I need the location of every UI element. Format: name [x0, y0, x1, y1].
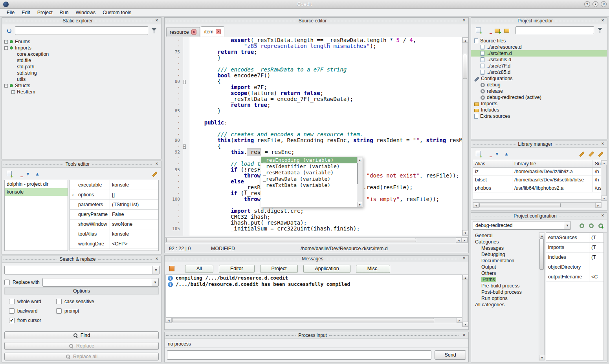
editor-tab-resource[interactable]: resource	[166, 27, 200, 37]
tab-close-icon[interactable]	[216, 29, 221, 34]
property-value[interactable]: <CFP>	[110, 239, 158, 249]
scroll-up-icon[interactable]: ▴	[539, 233, 545, 238]
editor-horizontal-scrollbar[interactable]: ◂ ▸	[165, 237, 468, 243]
messages-vertical-scrollbar[interactable]: ▴ ▾	[462, 274, 468, 327]
close-panel-icon[interactable]	[154, 161, 160, 167]
project-tree-item[interactable]: ../src/utils.d	[471, 57, 607, 63]
menu-custom-tools[interactable]: Custom tools	[99, 9, 135, 16]
scroll-right-icon[interactable]: ▸	[462, 238, 468, 243]
property-value[interactable]: konsole	[110, 180, 158, 190]
property-row[interactable]: queryParameFalse	[70, 210, 158, 219]
filter-project[interactable]: Project	[260, 265, 298, 273]
add-config-icon-button[interactable]	[596, 221, 605, 230]
expander-icon[interactable]: +	[11, 90, 15, 94]
chevron-down-icon[interactable]	[152, 278, 158, 286]
from-cursor-checkbox[interactable]	[9, 318, 15, 323]
search-term-combobox[interactable]	[4, 266, 160, 274]
close-panel-icon[interactable]	[600, 141, 605, 147]
completion-item[interactable]: _resTxtData (variable)	[261, 182, 357, 188]
property-value[interactable]: (T	[589, 252, 603, 262]
property-value[interactable]: konsole	[110, 229, 158, 239]
filter-editor[interactable]: Editor	[219, 265, 255, 273]
scroll-down-icon[interactable]: ▾	[462, 230, 468, 235]
add-folder-icon-button[interactable]	[492, 26, 502, 35]
library-vertical-scrollbar[interactable]: ▴ ▾	[601, 160, 607, 201]
fold-marker-icon[interactable]	[183, 80, 186, 84]
replace-term-combobox[interactable]	[42, 278, 159, 287]
library-table-header[interactable]: AliasLibrary fileSu	[473, 160, 601, 168]
project-tree-item[interactable]: Configurations	[471, 75, 607, 82]
property-value[interactable]: (TStringList)	[110, 200, 158, 209]
close-icon[interactable]	[601, 1, 607, 7]
scroll-down-icon[interactable]: ▾	[539, 355, 545, 360]
symbol-search-input[interactable]	[15, 26, 148, 35]
message-list[interactable]: compiling /.../build/resource.d.coedit/.…	[165, 274, 463, 322]
scroll-up-icon[interactable]: ▴	[462, 38, 468, 43]
case-sensitive-checkbox[interactable]	[56, 299, 62, 304]
edit-file-icon-button[interactable]	[586, 149, 595, 158]
replace-with-checkbox[interactable]	[4, 280, 10, 285]
send-button[interactable]: Send	[435, 350, 466, 360]
remove-library-icon-button[interactable]	[483, 149, 492, 158]
move-down-icon-button[interactable]	[492, 149, 502, 158]
project-tree-item[interactable]: Imports	[471, 101, 607, 107]
message-row[interactable]: compiling /.../build/resource.d.coedit	[166, 275, 462, 281]
scroll-right-icon[interactable]: ▸	[595, 203, 601, 208]
property-row[interactable]: ›options[]	[70, 190, 158, 200]
library-row[interactable]: phobos/usr/lib64/libphobos2.a/us	[473, 184, 601, 192]
completion-scrollbar[interactable]: ▴ ▾	[357, 157, 363, 207]
editor-tab-item[interactable]: item	[201, 26, 225, 37]
project-tree-item[interactable]: Includes	[471, 107, 607, 113]
category-item[interactable]: Output	[472, 264, 538, 270]
category-item[interactable]: Messages	[472, 245, 538, 251]
property-row[interactable]: workingDire<CFP>	[70, 239, 158, 249]
project-tree-item[interactable]: debug	[471, 82, 607, 88]
scroll-up-icon[interactable]: ▴	[357, 157, 362, 162]
project-tree-item[interactable]: debug-redirected (active)	[471, 94, 607, 101]
scroll-track[interactable]	[172, 318, 457, 323]
refresh-icon-button[interactable]	[4, 26, 14, 35]
clear-messages-icon-button[interactable]	[167, 264, 176, 273]
project-tree-item[interactable]: ../src/e7F.d	[471, 63, 607, 69]
category-vertical-scrollbar[interactable]: ▴ ▾	[539, 232, 545, 360]
add-source-icon-button[interactable]	[473, 26, 483, 35]
filter-icon-button[interactable]	[149, 26, 159, 35]
close-panel-icon[interactable]	[600, 18, 605, 24]
scroll-left-icon[interactable]: ◂	[166, 318, 172, 323]
replace-all-button[interactable]: Replace all	[4, 353, 159, 360]
property-value[interactable]: (T	[589, 233, 603, 242]
library-horizontal-scrollbar[interactable]: ◂ ▸	[473, 202, 602, 208]
expand-arrow[interactable]: ›	[70, 190, 76, 199]
chevron-down-icon[interactable]	[564, 221, 570, 229]
filter-misc[interactable]: Misc.	[356, 265, 390, 273]
clone-config-icon-button[interactable]	[587, 221, 596, 230]
property-row[interactable]: imports(T	[546, 243, 603, 252]
completion-item[interactable]: _resEncoding (variable)	[261, 157, 357, 163]
filter-all[interactable]: All	[185, 265, 213, 273]
category-item[interactable]: Documentation	[472, 258, 538, 264]
property-row[interactable]: extraSources(T	[546, 233, 603, 243]
menu-file[interactable]: File	[3, 9, 18, 16]
edit-script-icon-button[interactable]	[149, 169, 159, 178]
backward-checkbox[interactable]	[9, 308, 15, 314]
scroll-track[interactable]	[357, 162, 363, 202]
expander-icon[interactable]: +	[4, 40, 8, 44]
scroll-right-icon[interactable]: ▸	[457, 318, 462, 323]
inspector-filter-input[interactable]	[515, 26, 594, 34]
library-row[interactable]: bitset/home/basile/Dev/Bitset/lib/bitse/…	[473, 176, 601, 184]
completion-item[interactable]: _resMetaData (variable)	[261, 170, 357, 176]
property-row[interactable]: outputFilename<C	[546, 272, 603, 282]
menu-run[interactable]: Run	[56, 9, 72, 16]
symbol-tree-item[interactable]: −Structs	[2, 82, 161, 89]
column-header[interactable]: Su	[593, 160, 601, 167]
property-value[interactable]: swoNone	[110, 219, 158, 229]
library-row[interactable]: iz/home/basile/Dev/Iz/lib/iz.a/h	[473, 168, 601, 176]
maximize-icon[interactable]	[592, 1, 598, 7]
property-row[interactable]: executablekonsole	[70, 180, 158, 190]
column-header[interactable]: Library file	[512, 160, 593, 167]
scroll-track[interactable]	[462, 43, 468, 230]
menu-project[interactable]: Project	[34, 9, 56, 16]
close-panel-icon[interactable]	[461, 333, 467, 338]
category-item[interactable]: Post-build process	[472, 289, 538, 295]
close-panel-icon[interactable]	[461, 256, 467, 262]
